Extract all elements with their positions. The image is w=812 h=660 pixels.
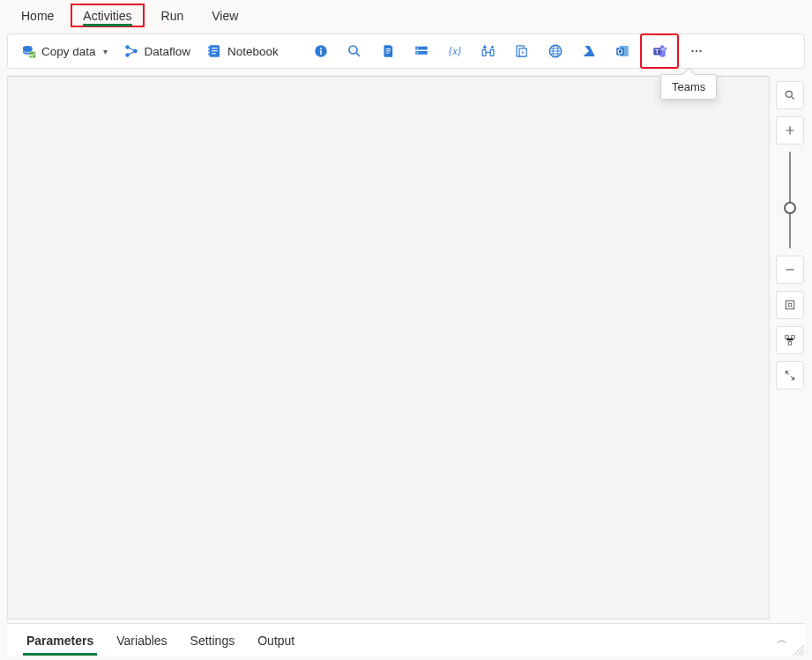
bottom-panel: Parameters Variables Settings Output ︿ (7, 623, 805, 656)
script-button[interactable] (372, 37, 404, 65)
dataflow-button[interactable]: Dataflow (116, 37, 198, 65)
svg-rect-9 (208, 47, 210, 48)
tab-parameters[interactable]: Parameters (18, 627, 102, 655)
svg-rect-7 (212, 50, 218, 51)
minus-icon (784, 263, 796, 276)
ellipsis-icon (689, 43, 704, 59)
svg-rect-11 (208, 53, 210, 55)
tab-output[interactable]: Output (249, 627, 303, 655)
svg-rect-6 (212, 48, 218, 48)
notebook-button[interactable]: Notebook (199, 37, 286, 65)
pipeline-button[interactable] (473, 37, 504, 65)
svg-rect-45 (788, 303, 792, 307)
search-icon (784, 89, 796, 101)
activities-toolbar: Copy data ▾ Dataflow (7, 33, 805, 69)
teams-tooltip: Teams (660, 74, 717, 100)
dataflow-label: Dataflow (145, 45, 191, 58)
pipeline-icon (480, 43, 496, 59)
svg-point-40 (691, 50, 693, 52)
script-icon (380, 43, 396, 59)
plus-icon (784, 124, 796, 137)
svg-rect-24 (482, 50, 486, 56)
copy-data-icon (20, 43, 36, 59)
svg-rect-47 (792, 336, 795, 339)
svg-point-37 (664, 48, 667, 50)
svg-rect-10 (208, 50, 210, 52)
teams-icon: T (652, 43, 667, 59)
tab-variables[interactable]: Variables (108, 627, 175, 655)
notebook-icon (206, 43, 222, 59)
collapse-icon (784, 369, 796, 382)
web-button[interactable] (540, 37, 571, 65)
svg-point-30 (522, 51, 524, 53)
tab-settings[interactable]: Settings (182, 627, 244, 655)
canvas-controls (775, 81, 805, 389)
storedproc-button[interactable] (406, 37, 437, 65)
collapse-button[interactable] (776, 361, 804, 389)
notebook-label: Notebook (227, 45, 279, 58)
tab-activities[interactable]: Activities (71, 4, 144, 27)
outlook-icon (615, 43, 630, 59)
highlighted-teams: T (640, 33, 679, 69)
svg-point-3 (125, 53, 130, 57)
copy-data-label: Copy data (41, 45, 96, 58)
resize-handle (793, 644, 805, 656)
svg-rect-8 (212, 53, 216, 54)
more-button[interactable] (681, 37, 712, 65)
svg-point-15 (349, 46, 357, 54)
storedproc-icon (413, 43, 429, 59)
azure-button[interactable] (573, 37, 605, 65)
svg-point-27 (491, 46, 494, 48)
lookup-button[interactable] (339, 37, 370, 65)
variable-icon: {x} (446, 43, 464, 59)
top-menu: Home Activities Run View (0, 0, 812, 30)
search-icon (346, 43, 362, 59)
zoom-in-button[interactable] (776, 116, 804, 145)
canvas-search-button[interactable] (776, 81, 804, 109)
foreach-icon (514, 43, 530, 59)
variable-button[interactable]: {x} (439, 37, 471, 65)
tooltip-text: Teams (672, 80, 705, 93)
outlook-button[interactable] (607, 37, 638, 65)
azure-icon (581, 43, 597, 59)
svg-rect-22 (417, 52, 419, 54)
fit-icon (784, 299, 796, 311)
svg-rect-17 (386, 50, 391, 51)
info-button[interactable] (305, 37, 337, 65)
foreach-button[interactable] (506, 37, 538, 65)
panel-toggle[interactable]: ︿ (770, 633, 794, 648)
autolayout-button[interactable] (776, 326, 804, 354)
svg-point-4 (133, 49, 138, 54)
svg-rect-46 (786, 336, 789, 339)
tab-home[interactable]: Home (9, 4, 66, 27)
svg-rect-14 (320, 50, 322, 55)
svg-point-13 (320, 48, 322, 49)
globe-icon (548, 43, 563, 59)
tab-view[interactable]: View (199, 4, 250, 27)
pipeline-canvas[interactable] (7, 76, 770, 619)
svg-rect-48 (788, 342, 792, 345)
svg-rect-16 (386, 48, 391, 49)
dataflow-icon (123, 43, 139, 59)
svg-point-2 (125, 45, 130, 49)
svg-rect-25 (490, 50, 494, 56)
chevron-up-icon: ︿ (777, 634, 787, 646)
svg-rect-18 (386, 53, 390, 54)
svg-text:{x}: {x} (449, 46, 462, 57)
svg-rect-44 (786, 300, 793, 308)
zoom-slider[interactable] (776, 152, 804, 248)
info-icon (313, 43, 329, 59)
fit-screen-button[interactable] (776, 291, 804, 319)
svg-point-41 (696, 50, 697, 52)
svg-point-42 (699, 50, 701, 52)
teams-button[interactable]: T (644, 37, 675, 65)
copy-data-button[interactable]: Copy data ▾ (13, 37, 115, 65)
zoom-handle[interactable] (784, 202, 796, 214)
toolbar-container: Copy data ▾ Dataflow (0, 30, 812, 74)
chevron-down-icon: ▾ (103, 47, 108, 56)
svg-rect-21 (417, 48, 419, 49)
autolayout-icon (784, 334, 796, 346)
zoom-out-button[interactable] (776, 256, 804, 284)
tab-run[interactable]: Run (149, 4, 197, 27)
svg-point-43 (786, 91, 792, 97)
